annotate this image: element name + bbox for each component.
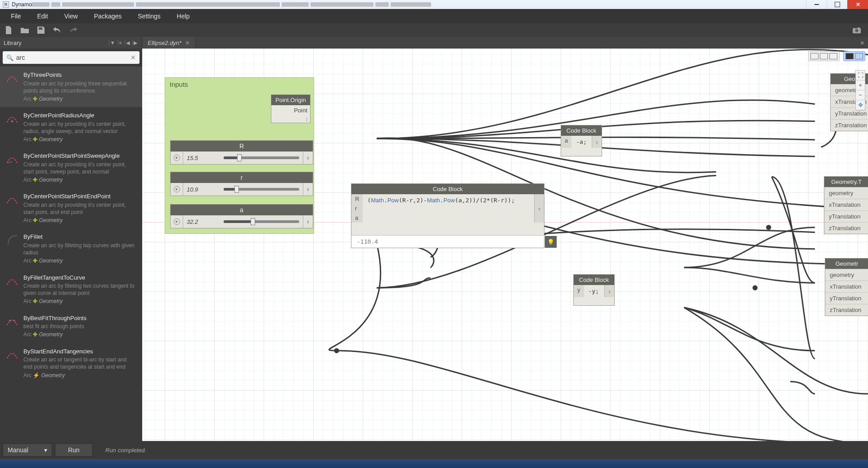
slider-expand-icon[interactable]: ▾ — [171, 183, 183, 196]
screenshot-icon[interactable] — [853, 26, 861, 34]
list-item[interactable]: ByCenterPointRadiusAngle Create an arc b… — [0, 107, 142, 147]
slider-track[interactable] — [224, 188, 299, 191]
zoom-in-icon[interactable]: + — [856, 80, 865, 90]
arc-icon — [5, 274, 19, 287]
output-port[interactable]: › — [303, 183, 313, 196]
input-port[interactable]: zTranslation — [824, 222, 868, 234]
node-codeblock-neg-y[interactable]: Code Block y -y; › — [573, 274, 615, 306]
node-geometry-translate-bot[interactable]: Geometr geometry xTranslation yTranslati… — [825, 258, 868, 316]
result-path: Arc ✚ Geometry — [23, 298, 137, 305]
menu-file[interactable]: File — [4, 10, 28, 22]
view-3d-toggle[interactable] — [808, 51, 840, 61]
code-expression[interactable]: -y; — [584, 285, 605, 297]
window-maximize-button[interactable] — [827, 0, 847, 9]
svg-point-4 — [11, 120, 13, 122]
list-item[interactable]: ByFilletTangentToCurve Create an arc by … — [0, 269, 142, 310]
input-port[interactable]: geometry — [825, 269, 868, 281]
save-icon[interactable] — [37, 26, 45, 34]
node-header: Point.Origin — [271, 95, 310, 105]
list-item[interactable]: ByBestFitThroughPoints best fit arc thro… — [0, 310, 142, 343]
search-input[interactable] — [16, 54, 128, 61]
input-port[interactable]: R — [351, 194, 363, 204]
pin-icon[interactable]: 💡 — [545, 236, 557, 248]
slider-expand-icon[interactable]: ▾ — [171, 152, 183, 164]
run-mode-dropdown[interactable]: Manual▾ — [3, 443, 52, 457]
result-path: Arc ⚡ Geometry — [23, 372, 137, 379]
undo-icon[interactable] — [53, 26, 61, 34]
menu-packages[interactable]: Packages — [87, 10, 129, 22]
output-port[interactable]: › — [534, 194, 544, 223]
list-item[interactable]: ByCenterPointStartPointSweepAngle Create… — [0, 147, 142, 188]
input-port[interactable]: y — [574, 285, 584, 294]
result-name: ByFilletTangentToCurve — [23, 274, 137, 282]
input-port[interactable]: r — [351, 204, 363, 213]
menu-help[interactable]: Help — [170, 10, 197, 22]
slider-value[interactable]: 10.9 — [183, 186, 220, 193]
fit-view-icon[interactable]: ⛶ — [856, 71, 865, 80]
node-slider-a[interactable]: a ▾ 32.2 › — [170, 204, 313, 228]
svg-rect-3 — [858, 27, 860, 28]
app-icon: R — [3, 1, 9, 8]
input-port[interactable]: a — [351, 213, 363, 223]
output-port[interactable]: › — [303, 152, 313, 164]
new-file-icon[interactable] — [4, 26, 13, 34]
open-file-icon[interactable] — [21, 26, 29, 34]
slider-track[interactable] — [224, 220, 299, 223]
result-name: ByCenterPointStartPointEndPoint — [23, 192, 137, 201]
output-port[interactable]: Point — [271, 105, 310, 116]
menu-bar: File Edit View Packages Settings Help — [0, 9, 868, 23]
window-close-button[interactable]: ✕ — [847, 0, 868, 9]
canvas-menu-icon[interactable]: ≡ — [856, 37, 868, 49]
input-port[interactable]: xTranslation — [824, 199, 868, 210]
slider-track[interactable] — [224, 156, 299, 159]
node-geometry-translate-mid[interactable]: Geometry.T geometry xTranslation yTransl… — [824, 176, 868, 234]
result-path: Arc ✚ Geometry — [23, 95, 137, 103]
close-tab-icon[interactable]: ✕ — [185, 40, 190, 46]
node-codeblock-neg-a[interactable]: Code Block a -a; › — [561, 125, 602, 156]
node-slider-r[interactable]: r ▾ 10.9 › — [170, 172, 313, 196]
run-button[interactable]: Run — [55, 443, 93, 457]
menu-edit[interactable]: Edit — [30, 10, 55, 22]
slider-value[interactable]: 32.2 — [183, 218, 220, 225]
node-codeblock-main[interactable]: Code Block R r a (Math.Pow(R-r,2)-Math.P… — [351, 183, 544, 248]
svg-point-2 — [855, 29, 858, 32]
input-port[interactable]: yTranslation — [824, 210, 868, 222]
panel-header-row: Library ▼≡◀▶ Ellipse2.dyn* ✕ ≡ — [0, 37, 868, 49]
input-port[interactable]: yTranslation — [825, 292, 868, 304]
code-expression[interactable]: -a; — [571, 136, 592, 148]
graph-canvas[interactable]: Inputs Point.Origin Point | R ▾ 15.5 › r… — [142, 49, 868, 446]
list-item[interactable]: ByCenterPointStartPointEndPoint Create a… — [0, 188, 142, 228]
zoom-out-icon[interactable]: − — [856, 90, 865, 100]
library-title: Library — [4, 40, 22, 46]
view-graph-toggle[interactable] — [843, 51, 865, 61]
input-port[interactable]: xTranslation — [825, 281, 868, 292]
input-port[interactable]: zTranslation — [831, 119, 868, 131]
output-port[interactable]: › — [303, 215, 313, 228]
list-item[interactable]: ByThreePoints Create an arc by providing… — [0, 67, 142, 107]
output-port[interactable]: › — [592, 136, 602, 148]
list-item[interactable]: ByStartEndAndTangencies Create an arc or… — [0, 343, 142, 383]
document-tab[interactable]: Ellipse2.dyn* ✕ — [142, 37, 196, 49]
input-port[interactable]: zTranslation — [825, 304, 868, 316]
redo-icon[interactable] — [69, 26, 77, 34]
library-header-icons[interactable]: ▼≡◀▶ — [109, 40, 138, 46]
svg-point-7 — [14, 320, 15, 321]
search-box[interactable]: 🔍 ✕ — [3, 51, 139, 64]
node-slider-R[interactable]: R ▾ 15.5 › — [170, 140, 313, 165]
node-point-origin[interactable]: Point.Origin Point | — [271, 94, 310, 123]
input-port[interactable]: geometry — [824, 187, 868, 199]
search-icon: 🔍 — [6, 54, 13, 61]
menu-settings[interactable]: Settings — [130, 10, 168, 22]
clear-search-icon[interactable]: ✕ — [130, 54, 136, 61]
svg-rect-0 — [39, 27, 42, 30]
output-port[interactable]: › — [604, 285, 614, 297]
window-minimize-button[interactable] — [806, 0, 827, 9]
slider-value[interactable]: 15.5 — [183, 155, 220, 161]
menu-view[interactable]: View — [57, 10, 85, 22]
input-port[interactable]: a — [561, 136, 571, 145]
code-expression[interactable]: (Math.Pow(R-r,2)-Math.Pow(a,2))/(2*(R-r)… — [363, 194, 534, 223]
pan-icon[interactable]: ✥ — [856, 100, 865, 110]
slider-expand-icon[interactable]: ▾ — [171, 215, 183, 228]
list-item[interactable]: ByFillet Create an arc by filleting twp … — [0, 228, 142, 269]
result-path: Arc ✚ Geometry — [23, 136, 137, 143]
